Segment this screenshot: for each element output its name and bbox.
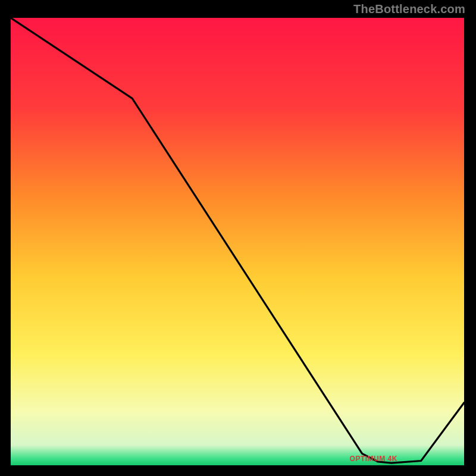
- chart-svg: [11, 18, 464, 465]
- attribution-label: TheBottleneck.com: [353, 2, 465, 16]
- gradient-fill: [11, 18, 464, 465]
- chart-stage: TheBottleneck.com OPTIMUM 4K: [0, 0, 476, 476]
- optimum-band-label: OPTIMUM 4K: [350, 455, 397, 463]
- plot-area: OPTIMUM 4K: [11, 18, 464, 465]
